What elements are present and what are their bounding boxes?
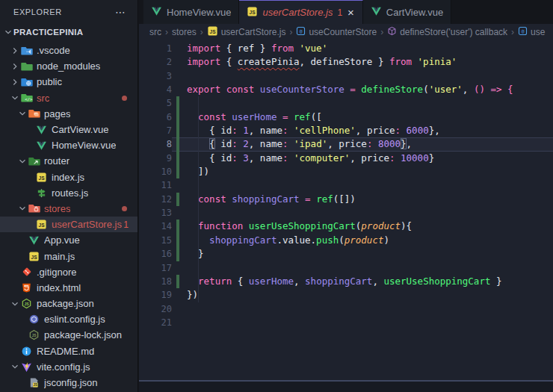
code-line-18[interactable]: 18 return { userHome, shoppingCart, user… — [139, 275, 553, 288]
tree-item-index-js[interactable]: JSindex.js — [0, 169, 138, 185]
tree-item-node-modules[interactable]: node_modules — [0, 58, 138, 74]
tree-item-routes-js[interactable]: routes.js — [0, 185, 138, 201]
tab-usercartstore-js[interactable]: JSuserCartStore.js1× — [239, 0, 362, 24]
code-area[interactable]: 1import { ref } from 'vue'2import { crea… — [139, 40, 553, 382]
tree-item-label: jsconfig.json — [44, 377, 98, 388]
folder-vscode-icon — [20, 45, 33, 57]
vue-icon — [151, 5, 162, 19]
chevron-right-icon[interactable] — [9, 77, 20, 87]
breadcrumb-item[interactable]: defineStore('user') callback — [387, 26, 507, 38]
breadcrumb-item[interactable]: @useCounterStore — [296, 26, 377, 38]
sidebar: EXPLORER ⋯ PRACTICEPINIA .vscodenode_mod… — [0, 0, 138, 392]
tab-cartview-vue[interactable]: CartView.vue — [363, 0, 451, 24]
breadcrumb-item[interactable]: src — [149, 27, 161, 37]
tree-item-eslint-config-js[interactable]: eslint.config.js — [0, 311, 138, 327]
file-tree: .vscodenode_modulespublic</>srcpagesCart… — [0, 40, 138, 391]
tree-item-jsconfig-json[interactable]: JSjsconfig.json — [0, 375, 138, 391]
tree-item-label: index.html — [37, 282, 81, 293]
code-line-14[interactable]: 14 function userUseShoppingCart(product)… — [139, 220, 553, 233]
tree-item-label: routes.js — [52, 187, 88, 199]
code-text: ]) — [179, 165, 209, 178]
tree-item-readme-md[interactable]: README.md — [0, 343, 138, 359]
tree-item-usercartstore-js[interactable]: JSuserCartStore.js1 — [0, 217, 138, 232]
tree-item-package-json[interactable]: JSpackage.json — [0, 296, 138, 311]
code-line-12[interactable]: 12 const shoppingCart = ref([]) — [139, 193, 553, 206]
chevron-right-icon[interactable] — [9, 61, 20, 72]
tree-item-label: public — [37, 76, 62, 87]
line-number: 15 — [139, 234, 172, 247]
tree-item-pages[interactable]: pages — [0, 106, 138, 122]
tree-item-index-html[interactable]: index.html — [0, 280, 138, 296]
code-text: import { ref } from 'vue' — [179, 42, 327, 55]
chevron-down-icon[interactable] — [9, 361, 20, 372]
code-line-13[interactable]: 13 — [139, 206, 553, 220]
code-line-6[interactable]: 6 const userHome = ref([ — [139, 111, 553, 124]
code-line-21[interactable]: 21 — [139, 316, 553, 329]
tree-item-stores[interactable]: stores — [0, 201, 138, 217]
breadcrumb-item[interactable]: @use — [518, 26, 545, 38]
breadcrumb-item[interactable]: stores — [172, 27, 197, 37]
tree-item-main-js[interactable]: JSmain.js — [0, 248, 138, 264]
line-number: 4 — [139, 83, 172, 96]
code-text — [179, 316, 187, 329]
chevron-down-icon[interactable] — [9, 299, 20, 309]
vue-icon — [28, 234, 40, 246]
tab-error-badge: 1 — [337, 7, 342, 18]
code-line-19[interactable]: 19}) — [139, 288, 553, 302]
tree-item-label: eslint.config.js — [44, 314, 105, 325]
tree-item-vite-config-js[interactable]: vite.config.js — [0, 359, 138, 375]
code-line-3[interactable]: 3 — [139, 69, 553, 83]
breadcrumb-item[interactable]: JSuserCartStore.js — [207, 25, 286, 39]
git-icon — [20, 266, 33, 278]
tree-item-label: router — [44, 155, 69, 167]
chevron-right-icon[interactable] — [9, 46, 20, 56]
code-line-5[interactable]: 5 — [139, 96, 553, 110]
explorer-title: EXPLORER — [13, 7, 112, 16]
chevron-down-icon[interactable] — [16, 108, 28, 119]
chevron-down-icon[interactable] — [2, 27, 13, 37]
code-line-15[interactable]: 15 shoppingCart.value.push(product) — [139, 234, 553, 247]
code-line-16[interactable]: 16 } — [139, 247, 553, 261]
tree-item-label: .vscode — [37, 45, 70, 56]
tree-item-label: main.js — [44, 251, 75, 262]
tree-root[interactable]: PRACTICEPINIA — [0, 24, 138, 40]
chevron-down-icon[interactable] — [16, 203, 28, 214]
tree-item--vscode[interactable]: .vscode — [0, 43, 138, 58]
svg-text:JS: JS — [34, 383, 38, 387]
tree-item-src[interactable]: </>src — [0, 90, 138, 106]
tab-homeview-vue[interactable]: HomeView.vue — [143, 0, 239, 24]
code-line-7[interactable]: 7 { id: 1, name: 'cellPhone', price: 600… — [139, 124, 553, 137]
code-text: export const useCounterStore = defineSto… — [179, 83, 513, 96]
tree-item--gitignore[interactable]: .gitignore — [0, 264, 138, 280]
svg-text:@: @ — [300, 28, 303, 34]
chevron-down-icon[interactable] — [9, 93, 20, 103]
code-line-11[interactable]: 11 — [139, 178, 553, 192]
tree-item-label: HomeView.vue — [52, 140, 116, 151]
js-icon: JS — [207, 25, 218, 39]
chevron-down-icon[interactable] — [16, 156, 28, 167]
tree-item-label: stores — [44, 203, 70, 214]
tree-item-package-lock-json[interactable]: JSpackage-lock.json — [0, 327, 138, 343]
tree-item-label: node_modules — [37, 60, 100, 72]
code-text — [179, 302, 187, 316]
code-line-20[interactable]: 20 — [139, 302, 553, 316]
tree-item-app-vue[interactable]: App.vue — [0, 232, 138, 248]
code-line-1[interactable]: 1import { ref } from 'vue' — [139, 42, 553, 55]
line-number: 5 — [139, 96, 172, 110]
code-line-2[interactable]: 2import { createPinia, defineStore } fro… — [139, 55, 553, 69]
more-actions-icon[interactable]: ⋯ — [112, 6, 129, 18]
tree-item-public[interactable]: public — [0, 74, 138, 90]
code-line-8[interactable]: 8 { id: 2, name: 'ipad', price: 8000}, — [139, 137, 553, 151]
code-line-4[interactable]: 4export const useCounterStore = defineSt… — [139, 83, 553, 96]
tree-item-cartview-vue[interactable]: CartView.vue — [0, 122, 138, 137]
code-line-10[interactable]: 10 ]) — [139, 165, 553, 178]
code-text: } — [179, 247, 204, 261]
vite-icon — [20, 361, 33, 373]
close-icon[interactable]: × — [347, 7, 355, 18]
tree-item-homeview-vue[interactable]: HomeView.vue — [0, 137, 138, 153]
code-line-17[interactable]: 17 — [139, 261, 553, 275]
code-line-9[interactable]: 9 { id: 3, name: 'computer', price: 1000… — [139, 152, 553, 165]
tree-item-router[interactable]: router — [0, 153, 138, 169]
line-number: 10 — [139, 165, 172, 178]
code-text — [179, 96, 187, 110]
